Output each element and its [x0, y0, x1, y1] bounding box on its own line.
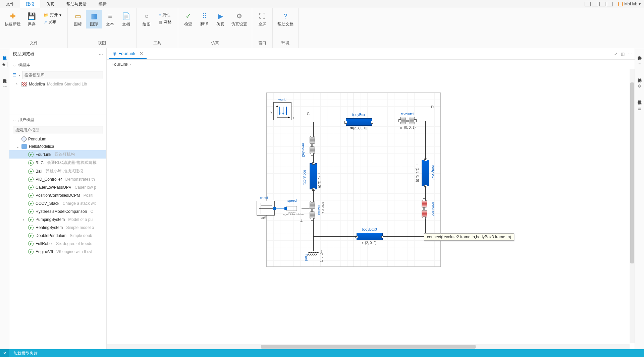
port-b[interactable] [424, 185, 427, 187]
graphic-button[interactable]: ▦图形 [86, 10, 102, 28]
wire[interactable] [383, 236, 426, 237]
window-layout-4-icon[interactable] [607, 2, 613, 6]
publish-button[interactable]: ↗发布 [42, 18, 63, 25]
product-menu[interactable]: MoHub ▾ [618, 2, 641, 6]
tab-component-params[interactable]: 组件参数 [636, 51, 643, 55]
tree-icon[interactable]: ⚙ [638, 84, 641, 88]
fullscreen-button[interactable]: ⛶全屏 [254, 10, 270, 28]
port-out[interactable] [273, 207, 276, 210]
doc-tab-fourlink[interactable]: ◉ FourLink ✕ [109, 49, 147, 59]
wire[interactable] [415, 121, 426, 121]
comp-revolute1[interactable] [400, 117, 415, 124]
wire[interactable] [313, 122, 314, 136]
diagram-canvas[interactable]: world y x C D A B [107, 69, 635, 349]
sidebar-item-cauerlowpassopv[interactable]: ▶CauerLowPassOPVCauer low p [9, 183, 106, 191]
menu-edit[interactable]: 编辑 [93, 0, 113, 8]
comp-revolute3[interactable] [310, 136, 315, 154]
comp-bodybox2[interactable] [422, 160, 429, 186]
sidebar-item-positioncontrolleddcpm[interactable]: ▶PositionControlledDCPMPositi [9, 191, 106, 199]
wire[interactable] [372, 122, 400, 122]
more-icon[interactable]: ⋯ [99, 52, 103, 57]
menu-help[interactable]: 帮助与反馈 [60, 0, 93, 8]
doc-button[interactable]: 📄文档 [118, 10, 134, 28]
save-button[interactable]: 💾保存 [23, 10, 40, 28]
sidebar-item-cccv_stack[interactable]: ▶CCCV_StackCharge a stack wit [9, 199, 106, 207]
user-section-header[interactable]: ⌄ 用户模型 [9, 115, 106, 125]
sidebar-item-rlc[interactable]: ▶RLC低通RLC滤波器-拖拽式建模 [9, 159, 106, 167]
draw-button[interactable]: ○绘图 [139, 10, 155, 28]
scrollbar-vertical[interactable] [630, 69, 635, 343]
sidebar-item-doublependulum[interactable]: ▶DoublePendulumSimple doub [9, 232, 106, 240]
window-layout-2-icon[interactable] [592, 2, 598, 6]
text-button[interactable]: ≡文本 [102, 10, 118, 28]
wire[interactable] [313, 122, 346, 122]
expand-icon[interactable]: ⤢ [614, 52, 618, 56]
sidebar-item-pid_controller[interactable]: ▶PID_ControllerDemonstrates th [9, 175, 106, 183]
sim-settings-button[interactable]: ⚙仿真设置 [228, 10, 250, 28]
helpdoc-button[interactable]: ?帮助文档 [275, 10, 296, 28]
wire[interactable] [313, 220, 314, 237]
sidebar-item-heatingsystem[interactable]: ▶HeatingSystemSimple model o [9, 224, 106, 232]
breadcrumb[interactable]: FourLink › [107, 60, 635, 69]
comp-world[interactable]: world y x [273, 102, 291, 120]
tab-sim-browser[interactable]: 仿真浏览器 [1, 74, 8, 78]
tab-model-props[interactable]: 模型属性 [636, 95, 643, 99]
new-button[interactable]: ✚快速新建 [2, 10, 23, 28]
split-icon[interactable]: ◫ [621, 52, 625, 56]
wire[interactable] [425, 186, 426, 200]
port-a[interactable] [312, 162, 315, 165]
sidebar-item-fullrobot[interactable]: ▶FullRobotSix degree of freedo [9, 240, 106, 248]
comp-bodybox3[interactable] [357, 233, 383, 240]
menu-file[interactable]: 文件 [0, 0, 20, 8]
sidebar-item-pumpingsystem[interactable]: ›▶PumpingSystemModel of a pu [9, 216, 106, 224]
wire[interactable] [425, 121, 426, 160]
comp-const[interactable] [257, 201, 275, 216]
chevron-down-icon[interactable]: ▾ [18, 73, 20, 77]
menu-sim[interactable]: 仿真 [40, 0, 60, 8]
sidebar-item-enginev6[interactable]: ▶EngineV6V6 engine with 6 cyl [9, 248, 106, 256]
status-close-button[interactable]: ✕ [0, 349, 9, 357]
comp-revolute[interactable] [310, 201, 315, 219]
wire[interactable] [275, 208, 286, 208]
attr-button[interactable]: ≡属性 [157, 11, 174, 18]
grid-button[interactable]: ▦网格 [157, 18, 174, 25]
wire[interactable] [313, 154, 314, 163]
comp-revolute2[interactable] [422, 200, 427, 218]
user-search-input[interactable] [13, 126, 103, 134]
tab-component-browser[interactable]: 组件浏览器 [636, 73, 643, 77]
library-search-input[interactable] [22, 71, 103, 79]
tab-model-browser[interactable]: 模型浏览器 [1, 51, 8, 55]
wire[interactable] [313, 189, 314, 201]
scrollbar-horizontal[interactable] [107, 344, 630, 349]
port-b[interactable] [414, 119, 417, 122]
sidebar-item-ball[interactable]: ▶Ball弹跳小球-拖拽式建模 [9, 167, 106, 175]
iconview-button[interactable]: ▭图标 [70, 10, 86, 28]
window-layout-3-icon[interactable] [599, 2, 605, 6]
check-button[interactable]: ✓检查 [180, 10, 196, 28]
wire[interactable] [313, 236, 314, 251]
scroll-thumb[interactable] [261, 345, 476, 349]
simulate-button[interactable]: ▶仿真 [212, 10, 228, 28]
sidebar-item-pendulum[interactable]: Pendulum [9, 135, 106, 143]
translate-button[interactable]: ⠿翻译 [196, 10, 212, 28]
menu-model[interactable]: 建模 [20, 0, 40, 8]
wire[interactable] [302, 208, 310, 208]
comp-bodybox[interactable] [346, 118, 372, 126]
sidebar-item-hysteresismodelcomparison[interactable]: ▶HysteresisModelComparisonC [9, 207, 106, 216]
chart-icon[interactable]: 〰 [3, 84, 7, 89]
wire[interactable] [313, 236, 357, 237]
library-item-modelica[interactable]: › Modelica Modelica Standard Lib [9, 80, 106, 88]
sidebar-folder-hellomodelica[interactable]: ⌄HelloModelica [9, 143, 106, 150]
sidebar-item-fourlink[interactable]: ▶FourLink四连杆机构 [9, 150, 106, 159]
library-section-header[interactable]: ⌄ 模型库 [9, 60, 106, 70]
open-button[interactable]: 📂打开▾ [42, 11, 63, 18]
window-layout-1-icon[interactable] [585, 2, 591, 6]
scroll-thumb[interactable] [630, 82, 634, 263]
list-icon[interactable]: ≡ [638, 62, 641, 66]
cube-icon[interactable]: ◈ [2, 62, 7, 67]
port-in[interactable] [284, 207, 287, 210]
close-icon[interactable]: ✕ [140, 51, 143, 56]
props-icon[interactable]: ▤ [638, 106, 641, 111]
comp-speed[interactable] [286, 203, 302, 214]
more-icon[interactable]: ⋯ [628, 52, 632, 56]
